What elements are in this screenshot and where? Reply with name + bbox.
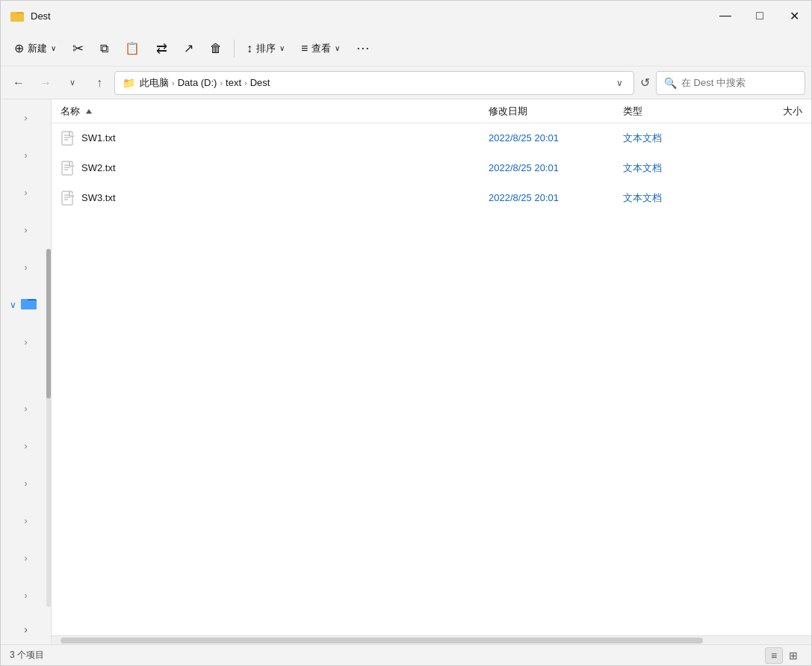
maximize-button[interactable]: □ [743,1,777,31]
sort-icon: ↕ [247,42,252,55]
sort-button[interactable]: ↕ 排序 ∨ [239,37,292,60]
titlebar-title: Dest [31,10,51,22]
file-icon-0 [61,131,75,146]
sidebar-scrollbar-thumb [46,249,51,398]
view-icon: ≡ [301,42,308,55]
search-box[interactable]: 🔍 [656,71,805,95]
dropdown-history-icon: ∨ [69,78,75,87]
paste-button[interactable]: 📋 [117,37,147,60]
window: Dest — □ ✕ ⊕ 新建 ∨ ✂ ⧉ 📋 ⇄ ↗ 🗑 [0,0,812,666]
minimize-button[interactable]: — [708,1,743,31]
path-sep-1: › [220,78,223,87]
column-type[interactable]: 类型 [623,105,743,118]
statusbar: 3 个项目 ≡ ⊞ [1,644,811,665]
titlebar: Dest — □ ✕ [1,1,811,31]
refresh-button[interactable]: ↺ [637,73,653,93]
svg-rect-5 [21,300,37,309]
paste-icon: 📋 [125,41,140,55]
up-button[interactable]: ↑ [87,71,111,95]
sidebar-item-10[interactable]: › [4,503,48,539]
sidebar-item-11[interactable]: › [4,540,48,576]
sidebar-item-7[interactable]: › [4,391,48,427]
column-name-label: 名称 [61,105,80,118]
statusbar-view-buttons: ≡ ⊞ [765,647,802,664]
close-button[interactable]: ✕ [777,1,811,31]
sort-label: 排序 [256,42,276,55]
view-label: 查看 [312,42,331,55]
chevron-icon-5: ∨ [10,300,16,310]
sidebar-expand-button[interactable]: › [4,617,48,641]
svg-rect-2 [10,13,24,22]
column-date-label: 修改日期 [489,105,527,117]
path-sep-2: › [244,78,247,87]
horizontal-scrollbar-thumb [61,638,703,644]
sidebar-item-3[interactable]: › [4,212,48,248]
new-button[interactable]: ⊕ 新建 ∨ [7,37,63,60]
chevron-icon-4: › [25,262,28,273]
sidebar-item-1[interactable]: › [4,138,48,173]
forward-button[interactable]: → [34,71,58,95]
column-name[interactable]: 名称 [61,105,489,118]
toolbar-separator [234,40,235,58]
column-size[interactable]: 大小 [743,105,802,118]
sidebar-item-12[interactable]: › [4,578,48,614]
file-type-0: 文本文档 [623,132,743,145]
view-grid-button[interactable]: ⊞ [784,647,802,664]
sidebar-item-8[interactable]: › [4,428,48,464]
sidebar-item-6[interactable]: › [4,324,48,360]
column-date[interactable]: 修改日期 [489,105,623,118]
chevron-icon-2: › [25,188,28,198]
address-path: 此电脑 › Data (D:) › text › Dest [140,76,609,90]
chevron-icon-9: › [25,478,28,489]
back-icon: ← [13,76,25,90]
move-icon: ⇄ [156,40,167,57]
more-icon: ··· [356,40,370,56]
filelist: 名称 修改日期 类型 大小 [52,99,811,644]
view-list-button[interactable]: ≡ [765,647,783,664]
statusbar-count: 3 个项目 [10,649,44,662]
view-button[interactable]: ≡ 查看 ∨ [294,37,347,60]
table-row[interactable]: SW2.txt 2022/8/25 20:01 文本文档 [52,153,811,183]
sidebar-item-2[interactable]: › [4,175,48,211]
chevron-icon-3: › [25,225,28,235]
chevron-icon-1: › [25,150,28,161]
dropdown-history-button[interactable]: ∨ [61,71,84,95]
view-dropdown-icon: ∨ [335,44,340,52]
filelist-header: 名称 修改日期 类型 大小 [52,99,811,123]
forward-icon: → [40,76,52,90]
table-row[interactable]: SW3.txt 2022/8/25 20:01 文本文档 [52,183,811,213]
address-box[interactable]: 📁 此电脑 › Data (D:) › text › Dest ∨ [114,71,634,95]
view-grid-icon: ⊞ [789,650,798,662]
sidebar-item-4[interactable]: › [4,250,48,286]
cut-button[interactable]: ✂ [65,36,91,61]
file-name-1: SW2.txt [81,162,489,173]
sidebar-item-9[interactable]: › [4,466,48,502]
copy-icon: ⧉ [100,42,108,55]
sidebar-item-0[interactable]: › [4,100,48,136]
search-input[interactable] [681,77,807,88]
share-button[interactable]: ↗ [176,37,201,60]
move-button[interactable]: ⇄ [149,36,175,61]
chevron-icon-8: › [25,441,28,451]
delete-button[interactable]: 🗑 [202,37,229,60]
path-part-3: Dest [250,77,270,88]
sidebar-item-5-expanded[interactable]: ∨ [4,287,48,323]
delete-icon: 🗑 [210,42,222,55]
column-type-label: 类型 [623,105,642,117]
more-button[interactable]: ··· [349,36,377,61]
copy-button[interactable]: ⧉ [93,37,116,60]
file-name-0: SW1.txt [81,132,489,144]
titlebar-controls: — □ ✕ [708,1,811,31]
back-button[interactable]: ← [7,71,31,95]
path-part-0: 此电脑 [140,76,169,90]
filelist-body: SW1.txt 2022/8/25 20:01 文本文档 [52,123,811,635]
table-row[interactable]: SW1.txt 2022/8/25 20:01 文本文档 [52,123,811,153]
chevron-icon-12: › [25,591,28,601]
chevron-icon-11: › [25,553,28,564]
address-dropdown-icon[interactable]: ∨ [613,75,626,91]
new-label: 新建 [28,42,47,55]
file-icon-1 [61,161,75,176]
sidebar-scrollbar[interactable] [46,249,51,607]
file-name-2: SW3.txt [81,192,489,203]
horizontal-scrollbar[interactable] [52,635,811,644]
